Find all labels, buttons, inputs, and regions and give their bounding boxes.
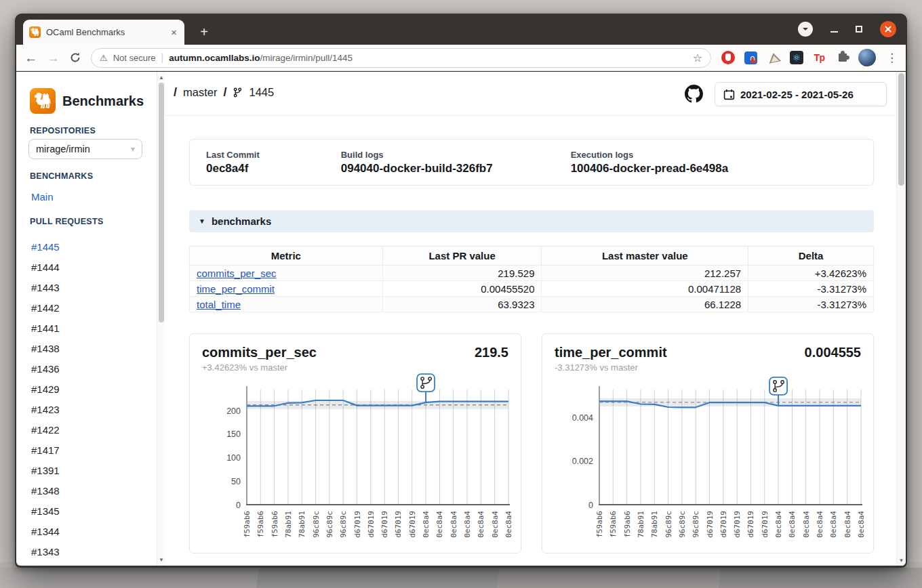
svg-text:96c89c: 96c89c	[692, 511, 700, 538]
scroll-up-icon[interactable]: ▲	[157, 75, 165, 81]
breadcrumb-slash: /	[174, 85, 177, 100]
svg-text:96c89c: 96c89c	[312, 511, 321, 538]
window-menu-button[interactable]	[798, 22, 813, 37]
page-scrollbar-thumb[interactable]	[898, 73, 904, 186]
svg-text:100: 100	[226, 453, 241, 463]
profile-avatar[interactable]	[858, 49, 876, 66]
metric-link[interactable]: total_time	[197, 299, 241, 310]
back-button[interactable]: ←	[24, 51, 37, 64]
table-row: total_time63.932366.1228-3.31273%	[190, 297, 874, 312]
address-bar[interactable]: ⚠ Not secure | autumn.ocamllabs.io/mirag…	[91, 48, 711, 68]
date-range-picker[interactable]: 2021-02-25 - 2021-05-26	[715, 82, 887, 106]
table-header-row: Metric Last PR value Last master value D…	[190, 247, 874, 266]
svg-text:0ec8a4: 0ec8a4	[463, 511, 472, 538]
minimize-button[interactable]	[830, 31, 838, 33]
metric-link[interactable]: time_per_commit	[197, 283, 275, 295]
sidebar-item-pr[interactable]: #1445	[31, 236, 60, 257]
execution-logs-item[interactable]: Execution logs 100406-docker-pread-6e498…	[493, 150, 728, 175]
sidebar-item-pr[interactable]: #1417	[31, 440, 60, 460]
chevron-down-icon	[803, 28, 808, 33]
browser-menu-icon[interactable]: ⋮	[885, 51, 898, 65]
sidebar-scrollbar-thumb[interactable]	[159, 83, 164, 322]
sidebar-item-pr[interactable]: #1344	[31, 521, 60, 541]
tab-close-icon[interactable]: ×	[169, 26, 178, 38]
sidebar-item-pr[interactable]: #1391	[31, 460, 60, 480]
line-chart[interactable]: f59ab6f59ab6f59ab678ab9178ab9196c89c96c8…	[555, 381, 862, 551]
col-metric: Metric	[190, 247, 383, 266]
svg-text:f59ab6: f59ab6	[623, 511, 632, 538]
sidebar-item-pr[interactable]: #1444	[31, 257, 60, 277]
not-secure-warning-icon[interactable]: ⚠	[100, 53, 108, 63]
github-icon[interactable]	[685, 85, 703, 103]
table-cell-value: 212.257	[542, 266, 748, 281]
info-label: Build logs	[341, 150, 493, 160]
extension-react-devtools-icon[interactable]: ⚛	[790, 51, 803, 64]
bookmark-star-icon[interactable]: ☆	[693, 51, 702, 64]
sidebar-item-pr[interactable]: #1441	[31, 318, 60, 338]
line-chart[interactable]: f59ab6f59ab6f59ab678ab9178ab9196c89c96c8…	[202, 381, 510, 551]
sidebar-item-pr[interactable]: #1343	[31, 541, 60, 562]
reload-button[interactable]	[69, 51, 81, 64]
svg-text:0ec8a4: 0ec8a4	[816, 511, 824, 538]
browser-tab[interactable]: 🐫 OCaml Benchmarks ×	[23, 20, 184, 45]
svg-text:0.002: 0.002	[572, 457, 593, 466]
svg-text:96c89c: 96c89c	[678, 511, 687, 538]
sidebar-scrollbar[interactable]: ▲ ▼	[157, 72, 165, 566]
sidebar-item-pr[interactable]: #1443	[31, 277, 60, 297]
table-row: time_per_commit0.004555200.00471128-3.31…	[190, 281, 874, 297]
table-cell-value: +3.42623%	[748, 266, 874, 281]
svg-text:f59ab6: f59ab6	[270, 511, 279, 538]
sidebar-item-pr[interactable]: #1345	[31, 501, 60, 521]
extension-bird-icon[interactable]	[767, 51, 781, 65]
metric-link[interactable]: commits_per_sec	[197, 268, 277, 279]
benchmarks-collapse-header[interactable]: ▼ benchmarks	[189, 210, 874, 232]
extension-tp-icon[interactable]: Tp	[812, 51, 826, 65]
pull-requests-heading: PULL REQUESTS	[30, 217, 104, 226]
sidebar-item-pr[interactable]: #1423	[31, 399, 60, 419]
git-branch-marker[interactable]	[769, 377, 787, 395]
scroll-down-icon[interactable]: ▼	[897, 558, 906, 564]
sidebar-item-pr[interactable]: #1422	[31, 419, 60, 440]
repository-select[interactable]: mirage/irmin ▾	[28, 139, 142, 159]
desktop: 🐫 OCaml Benchmarks × + ← → ⚠ Not secu	[0, 0, 922, 588]
svg-text:0: 0	[236, 501, 241, 510]
extension-blocker-icon[interactable]	[721, 51, 735, 65]
extension-privacy-icon[interactable]	[744, 51, 758, 65]
sidebar-item-pr[interactable]: #1348	[31, 480, 60, 501]
chart-current-value: 0.004555	[805, 345, 861, 360]
new-tab-button[interactable]: +	[194, 21, 214, 43]
sidebar-item-pr[interactable]: #1436	[31, 358, 60, 379]
git-branch-marker[interactable]	[417, 374, 435, 392]
sidebar-item-pr[interactable]: #1438	[31, 338, 60, 358]
main-header: / master / 1445	[165, 72, 896, 116]
build-logs-item[interactable]: Build logs 094040-docker-build-326fb7	[260, 150, 493, 175]
url-divider: |	[161, 52, 164, 63]
sidebar-item-pr[interactable]: #1429	[31, 379, 60, 399]
svg-text:f59ab6: f59ab6	[609, 511, 618, 538]
sidebar-item-pr[interactable]: #1342	[31, 562, 60, 566]
sidebar-item-main[interactable]: Main	[31, 191, 54, 203]
url-path: /mirage/irmin/pull/1445	[260, 53, 353, 63]
app-brand[interactable]: 🐫 Benchmarks	[30, 88, 144, 114]
info-label: Execution logs	[571, 150, 728, 160]
maximize-button[interactable]	[856, 26, 862, 33]
chart-card-commits-per-sec: commits_per_sec 219.5 +3.42623% vs maste…	[189, 333, 521, 553]
benchmarks-table: Metric Last PR value Last master value D…	[189, 246, 874, 312]
close-button[interactable]	[880, 21, 896, 37]
breadcrumb-pr-number[interactable]: 1445	[249, 86, 274, 99]
url-text[interactable]: autumn.ocamllabs.io/mirage/irmin/pull/14…	[169, 53, 353, 63]
info-label: Last Commit	[206, 150, 260, 160]
sidebar-item-pr[interactable]: #1442	[31, 297, 60, 318]
svg-text:0ec8a4: 0ec8a4	[435, 511, 444, 538]
security-label: Not secure	[113, 53, 156, 63]
table-cell-value: 219.529	[382, 266, 542, 281]
svg-text:0ec8a4: 0ec8a4	[477, 511, 485, 538]
forward-button[interactable]: →	[47, 51, 60, 64]
breadcrumb-branch[interactable]: master	[183, 86, 217, 99]
svg-text:0ec8a4: 0ec8a4	[843, 511, 852, 538]
extensions-puzzle-icon[interactable]	[835, 51, 849, 65]
page-scrollbar[interactable]: ▼	[896, 72, 906, 566]
scroll-down-icon[interactable]: ▼	[157, 557, 165, 563]
table-row: commits_per_sec219.529212.257+3.42623%	[190, 266, 874, 281]
chart-card-time-per-commit: time_per_commit 0.004555 -3.31273% vs ma…	[542, 333, 874, 553]
